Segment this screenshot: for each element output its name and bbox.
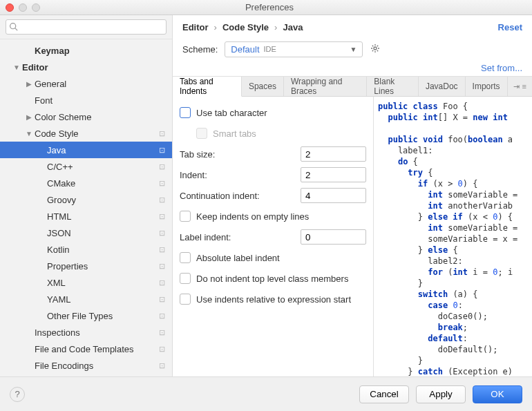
project-scope-icon: ⊡ [159, 229, 165, 238]
keep-indents-checkbox[interactable] [180, 211, 191, 222]
ok-button[interactable]: OK [473, 385, 522, 403]
tree-item-code-style[interactable]: ▼Code Style⊡ [0, 125, 172, 142]
crumb-editor[interactable]: Editor [182, 22, 209, 32]
tab-spaces[interactable]: Spaces [242, 77, 284, 96]
tree-item-groovy[interactable]: Groovy⊡ [0, 191, 172, 208]
collapse-icon[interactable]: ⇥ [513, 82, 520, 91]
titlebar: Preferences [0, 0, 532, 15]
tree-item-properties[interactable]: Properties⊡ [0, 258, 172, 274]
continuation-indent-input[interactable] [301, 188, 366, 203]
label-indent-input[interactable] [301, 229, 366, 245]
apply-button[interactable]: Apply [416, 385, 466, 403]
footer: ? Cancel Apply OK [0, 376, 532, 411]
tree-item-label: Code Style [35, 128, 159, 139]
tree-item-c-c-[interactable]: C/C++⊡ [0, 158, 172, 175]
tree-item-inspections[interactable]: Inspections⊡ [0, 324, 172, 341]
project-scope-icon: ⊡ [159, 179, 165, 188]
tree-item-label: Java [47, 145, 159, 155]
svg-point-2 [374, 47, 377, 50]
smart-tabs-checkbox [196, 128, 207, 139]
use-tab-label: Use tab character [196, 108, 366, 118]
cancel-button[interactable]: Cancel [359, 385, 409, 403]
absolute-label-label: Absolute label indent [196, 253, 366, 263]
tree-item-keymap[interactable]: Keymap [0, 42, 172, 59]
smart-tabs-label: Smart tabs [213, 128, 366, 139]
no-top-indent-label: Do not indent top level class members [196, 274, 366, 284]
project-scope-icon: ⊡ [159, 345, 165, 354]
tree-item-yaml[interactable]: YAML⊡ [0, 291, 172, 307]
tree-item-xml[interactable]: XML⊡ [0, 274, 172, 291]
tree-item-file-and-code-templates[interactable]: File and Code Templates⊡ [0, 341, 172, 357]
tab-size-input[interactable] [301, 146, 366, 162]
tabs-tools[interactable]: ⇥≡ [508, 77, 532, 96]
project-scope-icon: ⊡ [159, 361, 165, 370]
tree-item-label: XML [47, 278, 159, 288]
tree-item-general[interactable]: ▶General [0, 75, 172, 92]
chevron-down-icon: ▼ [25, 130, 33, 137]
tab-wrapping-and-braces[interactable]: Wrapping and Braces [284, 77, 367, 96]
tree-item-label: CMake [47, 178, 159, 189]
continuation-indent-label: Continuation indent: [180, 191, 301, 201]
crumb-java[interactable]: Java [283, 22, 303, 32]
breadcrumb: Editor › Code Style › Java Reset [173, 15, 532, 39]
absolute-label-checkbox[interactable] [180, 252, 191, 263]
scheme-dropdown[interactable]: Default IDE ▼ [225, 41, 363, 57]
scheme-name: Default [231, 44, 259, 55]
tab-tabs-and-indents[interactable]: Tabs and Indents [173, 77, 242, 97]
settings-form: Use tab character Smart tabs Tab size: I… [173, 97, 373, 376]
svg-line-1 [15, 28, 17, 30]
content-pane: Editor › Code Style › Java Reset Scheme:… [173, 15, 532, 376]
tree-item-kotlin[interactable]: Kotlin⊡ [0, 241, 172, 258]
tree-item-html[interactable]: HTML⊡ [0, 208, 172, 224]
tree-item-font[interactable]: Font [0, 92, 172, 108]
indent-input[interactable] [301, 167, 366, 182]
tree-item-label: HTML [47, 211, 159, 222]
close-window-icon[interactable] [6, 3, 14, 12]
project-scope-icon: ⊡ [159, 295, 165, 304]
tab-size-label: Tab size: [180, 149, 301, 160]
tab-imports[interactable]: Imports [466, 77, 508, 96]
tree-item-cmake[interactable]: CMake⊡ [0, 175, 172, 191]
tree-item-label: Keymap [35, 46, 165, 56]
tree-item-color-scheme[interactable]: ▶Color Scheme [0, 108, 172, 125]
chevron-right-icon: › [214, 22, 217, 32]
tree-item-label: Editor [22, 62, 165, 73]
tab-blank-lines[interactable]: Blank Lines [367, 77, 419, 96]
help-button[interactable]: ? [10, 387, 25, 402]
no-top-indent-checkbox[interactable] [180, 273, 191, 284]
tree-item-label: Inspections [35, 327, 159, 338]
tree-item-label: General [35, 79, 165, 89]
search-input[interactable] [6, 19, 167, 35]
project-scope-icon: ⊡ [159, 162, 165, 171]
relative-indent-label: Use indents relative to expression start [196, 294, 366, 305]
zoom-window-icon[interactable] [32, 3, 40, 12]
window-controls [6, 3, 40, 12]
crumb-code-style[interactable]: Code Style [222, 22, 269, 32]
tree-item-editor[interactable]: ▼Editor [0, 59, 172, 75]
tree-item-file-encodings[interactable]: File Encodings⊡ [0, 357, 172, 374]
use-tab-checkbox[interactable] [180, 107, 191, 118]
tree-item-json[interactable]: JSON⊡ [0, 224, 172, 241]
expand-icon[interactable]: ≡ [522, 82, 526, 90]
tree-item-other-file-types[interactable]: Other File Types⊡ [0, 307, 172, 324]
code-preview: public class Foo { public int[] X = new … [373, 97, 532, 376]
relative-indent-checkbox[interactable] [180, 294, 191, 305]
scheme-gear-icon[interactable] [370, 43, 381, 56]
project-scope-icon: ⊡ [159, 195, 165, 204]
tree-item-java[interactable]: Java⊡ [0, 142, 172, 158]
tree-item-label: Font [35, 95, 165, 106]
reset-link[interactable]: Reset [498, 22, 522, 32]
minimize-window-icon[interactable] [19, 3, 27, 12]
tree-item-label: C/C++ [47, 162, 159, 172]
set-from-link[interactable]: Set from... [481, 63, 522, 73]
chevron-right-icon: › [274, 22, 277, 32]
project-scope-icon: ⊡ [159, 245, 165, 254]
tree-item-label: Groovy [47, 195, 159, 205]
scheme-tag: IDE [264, 45, 276, 53]
tab-javadoc[interactable]: JavaDoc [419, 77, 466, 96]
project-scope-icon: ⊡ [159, 312, 165, 321]
chevron-down-icon: ▼ [350, 46, 357, 53]
svg-point-0 [10, 23, 16, 29]
tabs-row: Tabs and IndentsSpacesWrapping and Brace… [173, 76, 532, 97]
tree-item-label: YAML [47, 294, 159, 305]
